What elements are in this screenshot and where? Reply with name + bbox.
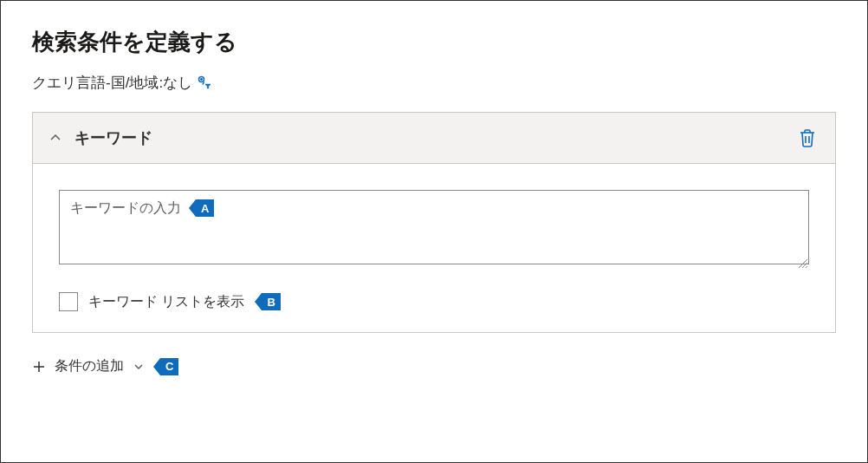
keyword-panel: キーワード A キーワード リストを表示: [32, 112, 836, 333]
resize-handle-icon[interactable]: [797, 256, 807, 266]
query-language-label: クエリ言語-国/地域:なし: [32, 73, 192, 93]
translate-icon[interactable]: [198, 75, 213, 91]
show-keyword-list-row: キーワード リストを表示 B: [59, 292, 809, 311]
show-keyword-list-checkbox[interactable]: [59, 292, 78, 311]
callout-c: C: [160, 358, 178, 375]
keyword-textarea-wrap: A: [59, 190, 809, 268]
show-keyword-list-label: キーワード リストを表示: [88, 293, 244, 311]
query-language-row: クエリ言語-国/地域:なし: [32, 73, 836, 93]
chevron-up-icon: [49, 131, 62, 145]
page-title: 検索条件を定義する: [32, 27, 836, 57]
keyword-panel-title: キーワード: [74, 127, 795, 148]
keyword-input[interactable]: [59, 190, 809, 264]
keyword-panel-header[interactable]: キーワード: [33, 113, 835, 164]
keyword-panel-body: A キーワード リストを表示 B: [33, 164, 835, 332]
trash-icon: [799, 128, 816, 147]
add-condition-button[interactable]: 条件の追加 C: [32, 354, 836, 379]
plus-icon: [32, 360, 46, 374]
chevron-down-icon: [133, 361, 145, 373]
callout-a: A: [196, 199, 214, 217]
callout-b: B: [262, 293, 280, 310]
delete-keyword-button[interactable]: [795, 125, 819, 151]
add-condition-label: 条件の追加: [55, 357, 124, 375]
